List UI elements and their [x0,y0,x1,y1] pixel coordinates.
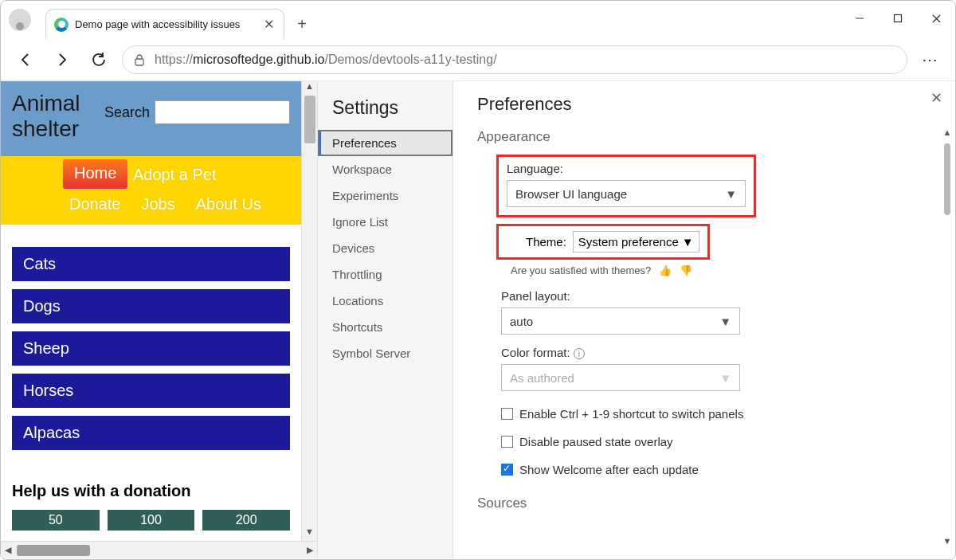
edge-icon [54,18,69,32]
scroll-right-icon[interactable]: ▶ [303,542,317,558]
browser-tab[interactable]: Demo page with accessibility issues ✕ [45,9,284,39]
settings-sidebar: Settings Preferences Workspace Experimen… [318,81,453,558]
close-settings-button[interactable]: ✕ [931,89,942,107]
list-item[interactable]: Horses [12,374,290,408]
thumbs-up-icon[interactable]: 👍 [659,264,672,276]
nav-jobs[interactable]: Jobs [142,195,175,213]
language-label: Language: [507,162,746,175]
panel-layout-select[interactable]: auto ▼ [501,307,740,335]
chevron-down-icon: ▼ [682,235,694,249]
nav-about[interactable]: About Us [196,195,261,213]
scroll-left-icon[interactable]: ◀ [1,542,15,558]
sidebar-item-experiments[interactable]: Experiments [318,182,453,209]
appearance-heading: Appearance [477,129,931,145]
maximize-button[interactable] [879,2,917,34]
donate-amount[interactable]: 100 [108,510,195,531]
browser-toolbar: https://microsoftedge.github.io/Demos/de… [1,39,955,80]
nav-donate[interactable]: Donate [69,195,121,213]
theme-select[interactable]: System preference ▼ [573,231,699,253]
sidebar-item-locations[interactable]: Locations [318,288,453,314]
lock-icon [134,53,145,66]
title-bar: Demo page with accessibility issues ✕ + [1,1,955,39]
chevron-down-icon: ▼ [719,371,731,385]
scroll-down-icon[interactable]: ▼ [302,527,317,541]
donate-amount[interactable]: 50 [12,510,100,531]
preferences-body: ✕ Preferences Appearance Language: Brows… [453,81,955,558]
color-format-label: Color format: i [501,346,931,359]
theme-label: Theme: [526,235,566,249]
thumbs-down-icon[interactable]: 👎 [680,264,692,276]
sidebar-item-throttling[interactable]: Throttling [318,261,453,288]
welcome-checkbox[interactable]: Show Welcome after each update [501,458,931,481]
donate-section: Help us with a donation 50 100 200 Other [1,461,301,541]
profile-icon[interactable] [9,9,31,31]
panel-layout-label: Panel layout: [501,289,931,303]
sidebar-item-shortcuts[interactable]: Shortcuts [318,314,453,340]
svg-rect-1 [895,15,902,22]
donate-heading: Help us with a donation [12,482,290,500]
list-item[interactable]: Cats [12,247,290,281]
site-nav: Home Adopt a Pet Donate Jobs About Us [1,156,301,225]
sidebar-item-workspace[interactable]: Workspace [318,156,453,182]
sidebar-item-ignore-list[interactable]: Ignore List [318,209,453,235]
scroll-down-icon[interactable]: ▼ [941,536,954,550]
horizontal-scrollbar[interactable]: ◀ ▶ [1,541,317,558]
more-menu-button[interactable]: ⋯ [917,46,944,73]
refresh-button[interactable] [85,46,112,73]
list-item[interactable]: Sheep [12,331,290,366]
scrollbar-thumb[interactable] [944,143,950,215]
close-tab-icon[interactable]: ✕ [261,17,277,32]
url-text: https://microsoftedge.github.io/Demos/de… [155,53,497,67]
scroll-up-icon[interactable]: ▲ [941,127,954,142]
content-area: Animalshelter Search Home Adopt a Pet Do… [1,80,955,558]
theme-highlight: Theme: System preference ▼ [496,224,710,260]
chevron-down-icon: ▼ [725,187,737,201]
forward-button[interactable] [49,46,76,73]
scrollbar-thumb[interactable] [304,96,315,143]
theme-value: System preference [578,235,679,249]
search-label: Search [104,104,150,121]
donate-amount[interactable]: 200 [202,510,290,531]
color-format-value: As authored [510,371,574,385]
ctrl-shortcut-checkbox[interactable]: Enable Ctrl + 1-9 shortcut to switch pan… [501,402,931,425]
search-input[interactable] [155,100,290,124]
prefs-scrollbar[interactable]: ▲ ▼ [941,127,954,550]
list-item[interactable]: Alpacas [12,416,290,450]
paused-overlay-checkbox[interactable]: Disable paused state overlay [501,430,931,453]
vertical-scrollbar[interactable]: ▲ ▼ [301,81,317,541]
nav-adopt[interactable]: Adopt a Pet [133,166,217,184]
page-viewport: Animalshelter Search Home Adopt a Pet Do… [1,81,318,558]
list-item[interactable]: Dogs [12,289,290,323]
language-select[interactable]: Browser UI language ▼ [507,180,746,207]
back-button[interactable] [12,46,39,73]
tab-title: Demo page with accessibility issues [75,18,254,30]
chevron-down-icon: ▼ [719,315,731,328]
svg-rect-4 [135,59,143,65]
preferences-title: Preferences [477,94,931,115]
scroll-up-icon[interactable]: ▲ [302,81,317,96]
site-header: Animalshelter Search [1,81,301,156]
sidebar-item-devices[interactable]: Devices [318,235,453,261]
settings-heading: Settings [318,91,453,130]
window-controls [840,2,955,34]
nav-home[interactable]: Home [63,159,127,189]
theme-feedback: Are you satisfied with themes? 👍 👎 [511,264,931,276]
sidebar-item-symbol-server[interactable]: Symbol Server [318,340,453,366]
new-tab-button[interactable]: + [289,11,315,37]
color-format-select[interactable]: As authored ▼ [501,364,740,391]
info-icon[interactable]: i [574,348,585,359]
sidebar-item-preferences[interactable]: Preferences [318,130,453,156]
panel-layout-value: auto [510,315,533,328]
close-window-button[interactable] [917,2,955,34]
animal-list: Cats Dogs Sheep Horses Alpacas [1,225,301,461]
language-highlight: Language: Browser UI language ▼ [496,155,756,217]
language-value: Browser UI language [515,187,627,201]
address-bar[interactable]: https://microsoftedge.github.io/Demos/de… [122,45,907,74]
sources-heading: Sources [477,495,931,511]
minimize-button[interactable] [840,2,879,34]
devtools-panel: Settings Preferences Workspace Experimen… [318,81,955,558]
scrollbar-thumb[interactable] [17,545,90,556]
